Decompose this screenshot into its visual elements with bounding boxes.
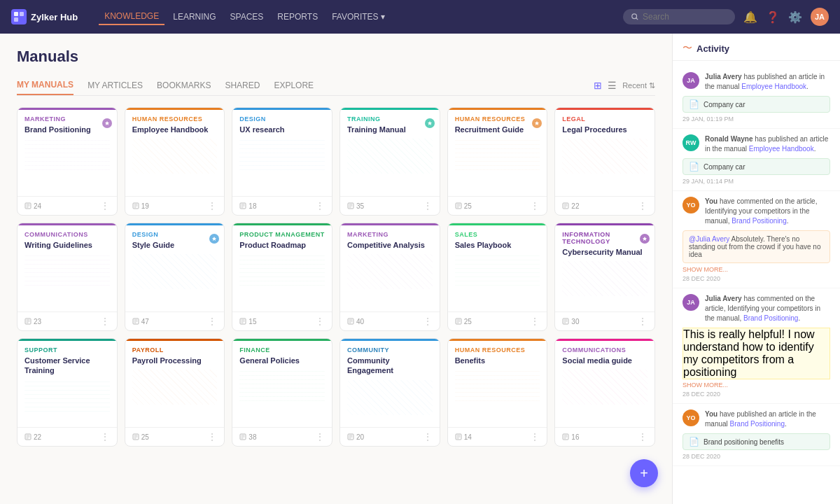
activity-user: YO You have published an article in the … bbox=[682, 410, 830, 429]
card-menu-button[interactable]: ⋮ bbox=[423, 200, 433, 211]
page-count: 30 bbox=[571, 318, 579, 326]
manual-card[interactable]: COMMUNITY Community Engagement 20 ⋮ bbox=[340, 338, 440, 447]
card-menu-button[interactable]: ⋮ bbox=[100, 200, 110, 211]
card-category: MARKETING bbox=[347, 231, 433, 238]
activity-user: YO You have commented on the article, Id… bbox=[682, 197, 830, 226]
doc-icon: 📄 bbox=[689, 437, 699, 447]
activity-comment: @Julia Avery Absolutely. There's no stan… bbox=[682, 230, 830, 263]
page-count: 20 bbox=[356, 433, 364, 441]
card-wrapper: DESIGN Style Guide 47 ⋮ bbox=[125, 223, 225, 331]
card-category: HUMAN RESOURCES bbox=[455, 115, 540, 122]
card-menu-button[interactable]: ⋮ bbox=[207, 200, 217, 211]
card-pages: 25 bbox=[132, 433, 149, 441]
manual-card[interactable]: MARKETING Competitive Analysis 40 ⋮ bbox=[340, 223, 440, 331]
card-menu-button[interactable]: ⋮ bbox=[315, 431, 325, 442]
card-menu-button[interactable]: ⋮ bbox=[530, 431, 540, 442]
nav-spaces[interactable]: SPACES bbox=[225, 9, 270, 24]
card-illustration bbox=[24, 254, 110, 289]
page-count: 35 bbox=[356, 202, 364, 210]
page-count: 40 bbox=[356, 318, 364, 326]
card-footer: 24 ⋮ bbox=[18, 196, 117, 215]
card-illustration bbox=[132, 139, 218, 174]
bell-icon[interactable]: 🔔 bbox=[743, 10, 757, 24]
settings-icon[interactable]: ⚙️ bbox=[788, 10, 802, 24]
card-menu-button[interactable]: ⋮ bbox=[423, 431, 433, 442]
tab-shared[interactable]: SHARED bbox=[225, 76, 260, 94]
card-body: FINANCE General Policies bbox=[232, 341, 332, 427]
card-title: Customer Service Training bbox=[24, 356, 110, 376]
card-menu-button[interactable]: ⋮ bbox=[530, 200, 540, 211]
card-wrapper: HUMAN RESOURCES Recruitment Guide 25 ⋮ bbox=[447, 107, 548, 216]
manual-card[interactable]: HUMAN RESOURCES Employee Handbook 19 ⋮ bbox=[125, 107, 225, 216]
card-menu-button[interactable]: ⋮ bbox=[315, 200, 325, 211]
svg-rect-0 bbox=[14, 12, 18, 16]
card-illustration bbox=[562, 139, 648, 174]
recent-sort-button[interactable]: Recent ⇅ bbox=[622, 81, 655, 90]
activity-card-ref[interactable]: 📄 Company car bbox=[682, 96, 830, 113]
manual-card[interactable]: FINANCE General Policies 38 ⋮ bbox=[232, 338, 332, 447]
list-view-button[interactable]: ☰ bbox=[608, 80, 617, 91]
help-icon[interactable]: ❓ bbox=[766, 10, 780, 24]
tab-actions: ⊞ ☰ Recent ⇅ bbox=[594, 80, 655, 91]
avatar[interactable]: JA bbox=[811, 8, 829, 26]
manual-card[interactable]: DESIGN UX research 18 ⋮ bbox=[232, 107, 332, 216]
card-illustration bbox=[132, 370, 218, 405]
activity-item: JA Julia Avery has commented on the arti… bbox=[673, 288, 840, 404]
nav-learning[interactable]: LEARNING bbox=[167, 9, 221, 24]
manual-card[interactable]: LEGAL Legal Procedures 22 ⋮ bbox=[554, 107, 655, 216]
manual-card[interactable]: PAYROLL Payroll Processing 25 ⋮ bbox=[125, 338, 225, 447]
add-button[interactable]: + bbox=[630, 459, 658, 487]
tab-my-manuals[interactable]: MY MANUALS bbox=[17, 76, 74, 95]
card-body: HUMAN RESOURCES Employee Handbook bbox=[125, 110, 225, 196]
manual-card[interactable]: COMMUNICATIONS Writing Guidelines 23 ⋮ bbox=[17, 223, 118, 331]
activity-title: Activity bbox=[696, 43, 729, 54]
activity-link[interactable]: Brand Positioning bbox=[730, 420, 785, 428]
card-menu-button[interactable]: ⋮ bbox=[315, 316, 325, 327]
card-menu-button[interactable]: ⋮ bbox=[638, 316, 648, 327]
card-title: Community Engagement bbox=[347, 356, 433, 376]
card-category: HUMAN RESOURCES bbox=[132, 115, 218, 122]
activity-card-ref[interactable]: 📄 Company car bbox=[682, 158, 830, 175]
card-menu-button[interactable]: ⋮ bbox=[100, 316, 110, 327]
tab-bookmarks[interactable]: BOOKMARKS bbox=[157, 76, 211, 94]
app-logo[interactable]: Zylker Hub bbox=[11, 9, 78, 24]
tab-my-articles[interactable]: MY ARTICLES bbox=[88, 76, 143, 94]
grid-view-button[interactable]: ⊞ bbox=[594, 80, 602, 91]
manual-card[interactable]: SALES Sales Playbook 25 ⋮ bbox=[447, 223, 548, 331]
card-menu-button[interactable]: ⋮ bbox=[423, 316, 433, 327]
card-menu-button[interactable]: ⋮ bbox=[207, 316, 217, 327]
card-menu-button[interactable]: ⋮ bbox=[100, 431, 110, 442]
manual-card[interactable]: SUPPORT Customer Service Training 22 ⋮ bbox=[17, 338, 118, 447]
card-category: DESIGN bbox=[239, 115, 325, 122]
activity-avatar: YO bbox=[682, 197, 699, 214]
manual-card[interactable]: COMMUNICATIONS Social media guide 16 ⋮ bbox=[554, 338, 655, 447]
card-body: PAYROLL Payroll Processing bbox=[125, 341, 225, 427]
card-menu-button[interactable]: ⋮ bbox=[530, 316, 540, 327]
manual-card[interactable]: PRODUCT MANAGEMENT Product Roadmap 15 ⋮ bbox=[232, 223, 332, 331]
card-title: Employee Handbook bbox=[132, 125, 218, 134]
activity-card-ref[interactable]: 📄 Brand positioning benefits bbox=[682, 433, 830, 450]
activity-link[interactable]: Employee Handbook bbox=[741, 83, 806, 90]
card-title: Writing Guidelines bbox=[24, 240, 110, 250]
show-more-link[interactable]: SHOW MORE... bbox=[682, 382, 830, 388]
nav-favorites[interactable]: FAVORITES ▾ bbox=[326, 9, 391, 24]
activity-link[interactable]: Employee Handbook bbox=[749, 145, 814, 153]
card-pages: 38 bbox=[239, 433, 256, 441]
card-body: MARKETING Competitive Analysis bbox=[340, 225, 440, 312]
nav-reports[interactable]: REPORTS bbox=[272, 9, 323, 24]
show-more-link[interactable]: SHOW MORE... bbox=[682, 266, 830, 273]
activity-link[interactable]: Brand Positioning bbox=[743, 314, 798, 322]
activity-comment: This is really helpful! I now understand… bbox=[682, 328, 830, 379]
nav-knowledge[interactable]: KNOWLEDGE bbox=[99, 8, 164, 25]
card-menu-button[interactable]: ⋮ bbox=[207, 431, 217, 442]
activity-link[interactable]: Brand Positioning bbox=[732, 217, 786, 225]
card-category: TRAINING bbox=[347, 115, 433, 122]
card-menu-button[interactable]: ⋮ bbox=[638, 431, 648, 442]
search-input[interactable] bbox=[643, 12, 727, 22]
manual-card[interactable]: HUMAN RESOURCES Benefits 14 ⋮ bbox=[447, 338, 548, 447]
svg-line-4 bbox=[636, 18, 638, 20]
card-category: SALES bbox=[455, 231, 540, 238]
search-box[interactable] bbox=[623, 9, 735, 24]
card-menu-button[interactable]: ⋮ bbox=[638, 200, 648, 211]
tab-explore[interactable]: EXPLORE bbox=[274, 76, 314, 94]
